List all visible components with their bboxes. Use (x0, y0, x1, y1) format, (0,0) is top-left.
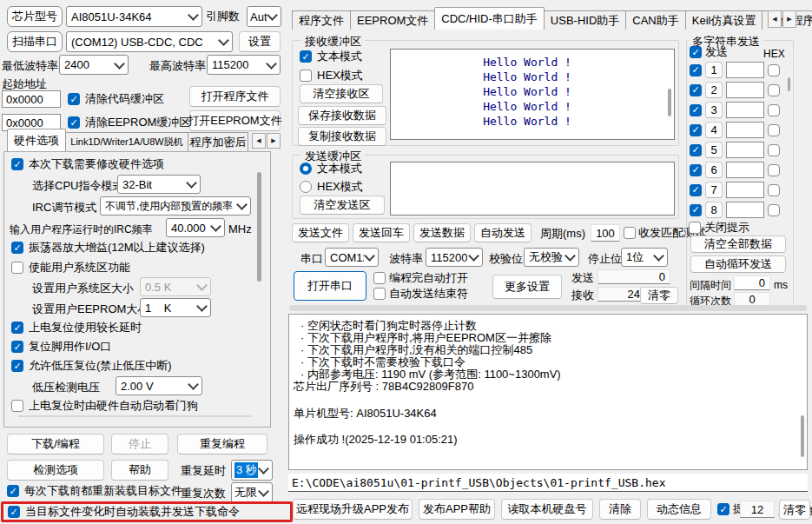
long-delay-checkbox[interactable] (11, 322, 23, 334)
multi-row-input[interactable] (726, 202, 764, 218)
multi-row-input[interactable] (726, 182, 764, 198)
multi-row-hex-checkbox[interactable] (768, 184, 780, 196)
clear-recv-button[interactable]: 清空接收区 (300, 84, 383, 103)
multi-row-send-button[interactable]: 8 (705, 202, 723, 218)
save-recv-button[interactable]: 保存接收数据 (298, 106, 386, 125)
multi-row-checkbox[interactable] (690, 144, 702, 156)
irc-mode-select[interactable]: 不调节,使用内部预置的频率 (100, 196, 251, 216)
log-textarea[interactable]: · 空闲状态时看门狗定时器停止计数 · 下次下载用户程序时,将用户EEPROM区… (288, 314, 808, 470)
multi-row-checkbox[interactable] (690, 204, 702, 216)
auto-terminator-checkbox[interactable] (373, 288, 386, 300)
multi-panel-scrollbar[interactable] (788, 77, 790, 91)
send-text-mode-radio[interactable] (300, 163, 312, 175)
repeat-program-button[interactable]: 重复编程 (177, 434, 267, 454)
multi-row-hex-checkbox[interactable] (768, 64, 780, 76)
repeat-count-select[interactable]: 无限 (231, 482, 273, 503)
multi-row-checkbox[interactable] (690, 64, 702, 76)
right-tabs-scroll-right-icon[interactable]: ▶ (782, 10, 796, 28)
recv-hex-mode-checkbox[interactable] (300, 70, 312, 82)
success-reset-button[interactable]: 清零 (779, 500, 810, 520)
eeprom-size-select[interactable]: 1 K (140, 298, 211, 317)
remote-upgrade-button[interactable]: 远程现场升级APP发布 (293, 499, 413, 520)
sys-enable-checkbox[interactable] (11, 262, 23, 274)
tab-offline-writer[interactable]: Link1D/Writer1A/U8W脱机 (65, 132, 188, 151)
check-options-button[interactable]: 检测选项 (7, 460, 104, 481)
multi-row-checkbox[interactable] (690, 124, 702, 136)
multi-row-hex-checkbox[interactable] (768, 124, 780, 136)
pin-count-select[interactable]: Auto (247, 6, 281, 27)
help-button[interactable]: 帮助 (111, 460, 168, 481)
clear-counter-button[interactable]: 清零 (640, 287, 678, 304)
open-serial-button[interactable]: 打开串口 (294, 271, 366, 301)
chip-model-button[interactable]: 芯片型号 (7, 6, 63, 27)
clear-all-data-button[interactable]: 清空全部数据 (690, 235, 786, 253)
min-baud-select[interactable]: 2400 (59, 55, 129, 75)
tab-cdc-hid-serial[interactable]: CDC/HID-串口助手 (434, 7, 545, 30)
stop-bits-select[interactable]: 1位 (621, 248, 668, 267)
multi-row-hex-checkbox[interactable] (768, 144, 780, 156)
scan-port-button[interactable]: 扫描串口 (7, 31, 63, 52)
lvr-checkbox[interactable] (11, 360, 23, 372)
autoload-checkbox[interactable] (8, 506, 20, 518)
tab-eeprom-file[interactable]: EEPROM文件 (350, 10, 435, 30)
hardware-panel-scrollbar[interactable] (257, 172, 261, 282)
auto-open-checkbox[interactable] (373, 272, 386, 284)
open-eeprom-file-button[interactable]: 打开EEPROM文件 (189, 110, 281, 131)
open-program-file-button[interactable]: 打开程序文件 (189, 86, 281, 107)
multi-row-send-button[interactable]: 2 (705, 82, 723, 98)
lvd-select[interactable]: 2.00 V (116, 376, 202, 395)
multi-send-checkbox[interactable] (690, 46, 702, 58)
close-tip-checkbox[interactable] (689, 222, 701, 234)
multi-row-send-button[interactable]: 7 (705, 182, 723, 198)
multi-row-input[interactable] (726, 62, 764, 78)
irc-freq-select[interactable]: 40.000 (166, 218, 225, 237)
send-file-button[interactable]: 发送文件 (292, 223, 349, 242)
left-tabs-scroll-right-icon[interactable]: ▶ (267, 133, 281, 149)
cpu-mode-select[interactable]: 32-Bit (117, 175, 201, 194)
multi-row-send-button[interactable]: 3 (705, 102, 723, 118)
repeat-delay-select[interactable]: 3 秒 (231, 460, 273, 481)
copy-recv-button[interactable]: 复制接收数据 (298, 127, 386, 146)
multi-row-hex-checkbox[interactable] (768, 204, 780, 216)
multi-row-input[interactable] (726, 122, 764, 138)
serial-port-select[interactable]: (COM12) USB-CDC, CDC (66, 31, 233, 52)
settings-button[interactable]: 设置 (239, 31, 281, 52)
beep-checkbox[interactable] (717, 503, 729, 515)
app-help-button[interactable]: 发布APP帮助 (419, 499, 495, 520)
clear-send-button[interactable]: 清空发送区 (300, 196, 385, 215)
multi-row-send-button[interactable]: 1 (705, 62, 723, 78)
multi-row-checkbox[interactable] (690, 184, 702, 196)
multi-row-checkbox[interactable] (690, 84, 702, 96)
tab-hardware-options[interactable]: 硬件选项 (7, 129, 66, 151)
multi-row-hex-checkbox[interactable] (768, 84, 780, 96)
send-textarea[interactable] (390, 162, 675, 216)
recv-text-mode-checkbox[interactable] (300, 50, 312, 63)
multi-row-input[interactable] (726, 82, 764, 98)
multi-row-input[interactable] (726, 102, 764, 118)
tab-usb-hid[interactable]: USB-HID助手 (544, 10, 626, 30)
parity-select[interactable]: 无校验 (524, 248, 579, 267)
read-disk-id-button[interactable]: 读取本机硬盘号 (501, 499, 593, 520)
download-button[interactable]: 下载/编程 (7, 434, 104, 454)
multi-row-hex-checkbox[interactable] (768, 164, 780, 176)
tab-keil-sim[interactable]: Keil仿真设置 (685, 10, 763, 30)
multi-row-send-button[interactable]: 4 (705, 122, 723, 138)
more-settings-button[interactable]: 更多设置 (492, 275, 562, 299)
serial-baud-select[interactable]: 115200 (426, 248, 483, 267)
multi-row-send-button[interactable]: 6 (705, 162, 723, 178)
send-hex-mode-radio[interactable] (300, 181, 312, 193)
multi-row-input[interactable] (726, 162, 764, 178)
send-data-button[interactable]: 发送数据 (413, 223, 471, 242)
modify-hw-checkbox[interactable] (11, 158, 23, 170)
clear-button[interactable]: 清除 (599, 499, 641, 520)
clear-eeprom-checkbox[interactable] (68, 116, 80, 129)
clear-code-checkbox[interactable] (68, 93, 80, 105)
multi-row-hex-checkbox[interactable] (768, 104, 780, 116)
tab-program-file[interactable]: 程序文件 (292, 10, 351, 30)
receive-textarea[interactable]: Hello World ! Hello World ! Hello World … (390, 49, 675, 140)
log-scrollbar[interactable] (801, 415, 804, 457)
serial-com-select[interactable]: COM12 (325, 248, 379, 267)
multi-row-checkbox[interactable] (690, 104, 702, 116)
watchdog-checkbox[interactable] (11, 400, 23, 412)
osc-gain-checkbox[interactable] (11, 242, 23, 254)
